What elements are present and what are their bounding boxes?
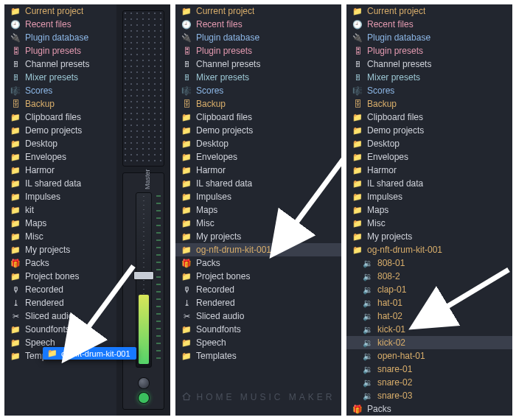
browser-item[interactable]: ✂Sliced audio	[175, 309, 341, 323]
browser-item[interactable]: 📁Desktop	[4, 137, 116, 150]
browser-item[interactable]: 🎁Packs	[4, 256, 116, 270]
browser-item[interactable]: 🔌Plugin database	[175, 31, 341, 44]
browser-item[interactable]: 🎁Packs	[175, 256, 341, 270]
browser-item[interactable]: 🎚Mixer presets	[175, 71, 341, 84]
drag-folder-chip[interactable]: 📁 og-nft-drum-kit-001	[43, 347, 136, 360]
browser-item[interactable]: 🎚Channel presets	[175, 57, 341, 71]
browser-item[interactable]: 📁Desktop	[175, 137, 341, 150]
browser-item[interactable]: 📁IL shared data	[175, 177, 341, 190]
browser-item[interactable]: 📁Demo projects	[4, 124, 116, 137]
browser-item-label: Current project	[367, 6, 425, 16]
browser-item[interactable]: 📁Soundfonts	[4, 323, 116, 336]
browser-item[interactable]: 📁og-nft-drum-kit-001	[346, 243, 512, 256]
browser-item[interactable]: 🕘Recent files	[346, 18, 512, 31]
browser-item[interactable]: 📁Soundfonts	[175, 323, 341, 336]
browser-item-label: Backup	[196, 99, 226, 109]
step-grid[interactable]	[122, 10, 164, 167]
browser-item[interactable]: 📁IL shared data	[346, 177, 512, 190]
browser-item[interactable]: 📁Clipboard files	[175, 111, 341, 124]
browser-item[interactable]: 🕘Recent files	[175, 18, 341, 31]
browser-item[interactable]: 📁Envelopes	[346, 150, 512, 164]
mixer-track[interactable]: Master	[122, 172, 164, 410]
browser-item[interactable]: 📁kit	[4, 203, 116, 217]
browser-item-label: IL shared data	[196, 178, 252, 189]
browser-item[interactable]: 🗄Backup	[346, 97, 512, 111]
browser-item[interactable]: 🔉hat-01	[346, 296, 512, 309]
browser-item[interactable]: 🎙Recorded	[4, 283, 116, 296]
folder-icon: 📁	[10, 219, 21, 228]
browser-item[interactable]: 🔉kick-01	[346, 323, 512, 336]
browser-item[interactable]: 📁Maps	[175, 203, 341, 217]
browser-item[interactable]: 📁Clipboard files	[346, 111, 512, 124]
browser-sidebar[interactable]: 📁Current project🕘Recent files🔌Plugin dat…	[175, 4, 341, 416]
browser-item[interactable]: 📁My projects	[346, 230, 512, 243]
browser-item[interactable]: 📁Envelopes	[175, 150, 341, 164]
browser-item[interactable]: 🔉open-hat-01	[346, 349, 512, 363]
browser-item[interactable]: 🎚Channel presets	[346, 57, 512, 71]
browser-item[interactable]: 🔉hat-02	[346, 309, 512, 323]
browser-item[interactable]: 📁Impulses	[4, 190, 116, 203]
browser-item[interactable]: 🎚Mixer presets	[4, 71, 116, 84]
browser-item[interactable]: 🗄Backup	[175, 97, 341, 111]
pan-knob[interactable]	[139, 378, 149, 388]
browser-item[interactable]: 🎛Plugin presets	[175, 44, 341, 57]
browser-item[interactable]: 📁Clipboard files	[4, 111, 116, 124]
browser-item[interactable]: ⤓Rendered	[175, 296, 341, 309]
fader-cap[interactable]	[133, 271, 154, 280]
browser-item[interactable]: 📁Misc	[346, 217, 512, 230]
browser-item[interactable]: 📁Harmor	[4, 164, 116, 177]
folder-icon: 📁	[10, 206, 21, 215]
browser-item[interactable]: ✂Sliced audio	[4, 309, 116, 323]
browser-item[interactable]: 📁Speech	[175, 336, 341, 349]
folder-icon: 🎙	[10, 285, 21, 294]
browser-item[interactable]: 📁Project bones	[175, 270, 341, 283]
browser-item[interactable]: 🎼Scores	[346, 84, 512, 97]
browser-item[interactable]: 🔌Plugin database	[4, 31, 116, 44]
browser-item[interactable]: 🔉snare-02	[346, 376, 512, 389]
browser-item[interactable]: 📁Harmor	[346, 164, 512, 177]
browser-item[interactable]: 📁Demo projects	[175, 124, 341, 137]
browser-item[interactable]: 📁Impulses	[346, 190, 512, 203]
browser-item[interactable]: 🎁Packs	[346, 402, 512, 416]
browser-item[interactable]: 🎼Scores	[175, 84, 341, 97]
browser-item[interactable]: 📁Demo projects	[346, 124, 512, 137]
folder-icon: ✂	[10, 312, 21, 321]
browser-item[interactable]: 🔉808-01	[346, 256, 512, 270]
browser-item[interactable]: 📁My projects	[4, 243, 116, 256]
browser-item[interactable]: 🎚Channel presets	[4, 57, 116, 71]
browser-sidebar[interactable]: 📁Current project🕘Recent files🔌Plugin dat…	[346, 4, 512, 416]
browser-item[interactable]: 🎼Scores	[4, 84, 116, 97]
browser-item[interactable]: 📁og-nft-drum-kit-001	[175, 243, 341, 256]
browser-item[interactable]: 📁My projects	[175, 230, 341, 243]
browser-item[interactable]: 🔉snare-03	[346, 389, 512, 402]
browser-item[interactable]: 📁Desktop	[346, 137, 512, 150]
browser-item[interactable]: 🔉snare-01	[346, 363, 512, 376]
folder-icon: 📁	[10, 153, 21, 162]
browser-item[interactable]: 🎛Plugin presets	[4, 44, 116, 57]
browser-item[interactable]: 🕘Recent files	[4, 18, 116, 31]
browser-item[interactable]: 📁Envelopes	[4, 150, 116, 164]
browser-item[interactable]: 🗄Backup	[4, 97, 116, 111]
browser-item[interactable]: 🎚Mixer presets	[346, 71, 512, 84]
browser-item[interactable]: 🔉kick-02	[346, 336, 512, 349]
browser-item[interactable]: 📁Current project	[346, 4, 512, 18]
browser-item[interactable]: 📁IL shared data	[4, 177, 116, 190]
browser-item[interactable]: 📁Current project	[175, 4, 341, 18]
browser-item[interactable]: 📁Misc	[4, 230, 116, 243]
mute-button[interactable]	[139, 393, 149, 403]
browser-item[interactable]: 📁Impulses	[175, 190, 341, 203]
mixer-fader[interactable]	[136, 192, 152, 368]
browser-item[interactable]: 🎛Plugin presets	[346, 44, 512, 57]
browser-item[interactable]: ⤓Rendered	[4, 296, 116, 309]
browser-item[interactable]: 📁Misc	[175, 217, 341, 230]
browser-item[interactable]: 📁Project bones	[4, 270, 116, 283]
browser-item[interactable]: 📁Harmor	[175, 164, 341, 177]
browser-item[interactable]: 📁Maps	[4, 217, 116, 230]
browser-item[interactable]: 🔉808-2	[346, 270, 512, 283]
browser-item[interactable]: 🎙Recorded	[175, 283, 341, 296]
browser-item[interactable]: 📁Maps	[346, 203, 512, 217]
browser-item[interactable]: 🔌Plugin database	[346, 31, 512, 44]
browser-item[interactable]: 📁Current project	[4, 4, 116, 18]
browser-item[interactable]: 🔉clap-01	[346, 283, 512, 296]
browser-item[interactable]: 📁Templates	[175, 349, 341, 363]
